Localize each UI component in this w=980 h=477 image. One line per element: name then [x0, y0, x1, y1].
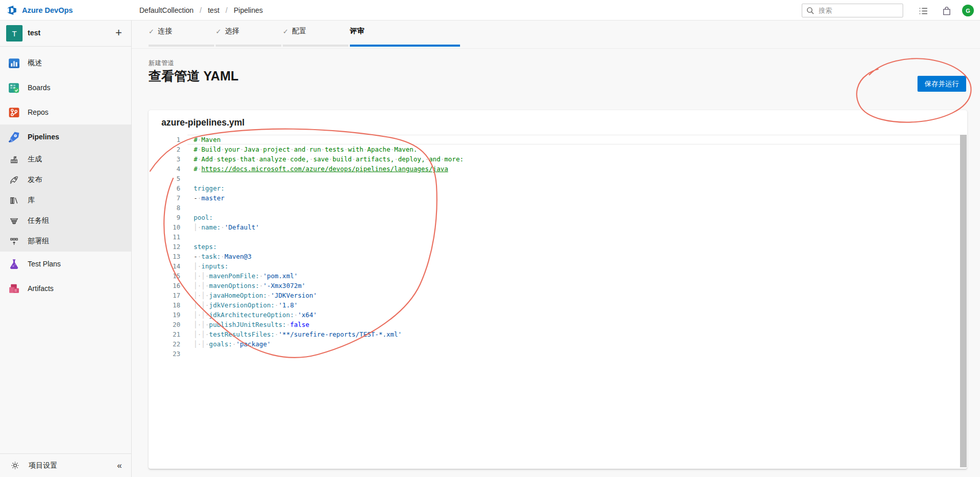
sidebar-item-artifacts[interactable]: Artifacts	[0, 276, 131, 301]
step-connect[interactable]: ✓连接	[149, 20, 214, 47]
sidebar-item-builds[interactable]: 生成	[0, 149, 131, 170]
code-line[interactable]: │·inputs:	[187, 261, 960, 271]
code-line[interactable]: #·https://docs.microsoft.com/azure/devop…	[187, 164, 960, 174]
sidebar-item-repos[interactable]: Repos	[0, 100, 131, 125]
search-input[interactable]	[819, 7, 909, 14]
line-number: 15	[149, 271, 180, 281]
line-number: 3	[149, 154, 180, 164]
sidebar-item-test-plans[interactable]: Test Plans	[0, 252, 131, 276]
project-settings-label: 项目设置	[29, 461, 57, 470]
project-avatar[interactable]: T	[6, 25, 23, 42]
sidebar-item-task-groups[interactable]: 任务组	[0, 211, 131, 231]
code-line[interactable]: │·│·jdkVersionOption:·'1.8'	[187, 300, 960, 310]
line-number: 17	[149, 291, 180, 300]
code-line[interactable]: │·│·testResultsFiles:·'**/surefire-repor…	[187, 329, 960, 339]
project-name: test	[28, 29, 40, 37]
breadcrumb-collection[interactable]: DefaultCollection	[139, 6, 194, 14]
line-number: 9	[149, 213, 180, 222]
code-line[interactable]	[187, 349, 960, 359]
breadcrumb: DefaultCollection / test / Pipelines	[139, 0, 263, 20]
code-line[interactable]: │·│·publishJUnitResults:·false	[187, 320, 960, 329]
code-line[interactable]: -·task:·Maven@3	[187, 252, 960, 261]
code-line[interactable]: │·│·jdkArchitectureOption:·'x64'	[187, 310, 960, 320]
line-number: 14	[149, 261, 180, 271]
step-review[interactable]: 评审	[350, 20, 460, 47]
step-progress-bar	[149, 45, 214, 47]
step-progress-bar	[283, 45, 348, 47]
line-number: 19	[149, 310, 180, 320]
overview-icon	[7, 56, 20, 70]
page-title: 查看管道 YAML	[149, 68, 238, 85]
step-configure[interactable]: ✓配置	[283, 20, 348, 47]
code-line[interactable]: trigger:	[187, 183, 960, 193]
repos-icon	[7, 106, 20, 119]
sidebar-nav: 概述 Boards Repos Pipelines 生成	[0, 51, 131, 301]
code-line[interactable]: │·│·mavenOptions:·'-Xmx3072m'	[187, 281, 960, 291]
editor-gutter: 1234567891011121314151617181920212223	[149, 135, 180, 359]
line-number: 12	[149, 242, 180, 252]
sidebar-item-label: 发布	[28, 175, 42, 184]
line-number: 6	[149, 183, 180, 193]
sidebar-item-label: Artifacts	[28, 284, 54, 293]
code-line[interactable]: pool:	[187, 213, 960, 222]
brand[interactable]: Azure DevOps	[6, 0, 73, 20]
sidebar-item-boards[interactable]: Boards	[0, 75, 131, 100]
add-project-icon[interactable]: +	[115, 27, 122, 39]
test-plans-icon	[7, 257, 20, 271]
yaml-editor[interactable]: 1234567891011121314151617181920212223 #·…	[149, 135, 967, 468]
line-number: 16	[149, 281, 180, 291]
breadcrumb-page[interactable]: Pipelines	[234, 6, 263, 14]
line-number: 4	[149, 164, 180, 174]
editor-code-pane[interactable]: #·Maven#·Build·your·Java·project·and·run…	[187, 135, 960, 359]
search-icon	[806, 7, 815, 15]
breadcrumb-separator: /	[200, 6, 202, 14]
project-row[interactable]: T test +	[0, 20, 131, 46]
line-number: 23	[149, 349, 180, 359]
sidebar-item-deployment-groups[interactable]: 部署组	[0, 231, 131, 252]
save-and-run-button[interactable]: 保存并运行	[918, 76, 966, 92]
code-line[interactable]	[187, 232, 960, 242]
user-avatar[interactable]: G	[962, 5, 974, 16]
code-line[interactable]: #·Build·your·Java·project·and·run·tests·…	[187, 144, 960, 154]
code-line[interactable]: │·│·mavenPomFile:·'pom.xml'	[187, 271, 960, 281]
search-box[interactable]	[802, 4, 903, 17]
step-label: 选择	[225, 27, 239, 36]
code-line[interactable]: │·│·javaHomeOption:·'JDKVersion'	[187, 291, 960, 300]
deployment-groups-icon	[9, 235, 19, 248]
sidebar-item-library[interactable]: 库	[0, 190, 131, 211]
code-line[interactable]: #·Maven	[187, 135, 960, 144]
code-line[interactable]: │·name:·'Default'	[187, 222, 960, 232]
line-number: 10	[149, 222, 180, 232]
step-select[interactable]: ✓选择	[216, 20, 281, 47]
collapse-sidebar-icon[interactable]: «	[117, 461, 122, 471]
marketplace-bag-icon[interactable]	[941, 5, 953, 17]
code-line[interactable]	[187, 174, 960, 183]
work-items-list-icon[interactable]	[917, 5, 929, 17]
code-line[interactable]: │·│·goals:·'package'	[187, 339, 960, 349]
step-label: 评审	[350, 27, 364, 36]
page-eyebrow: 新建管道	[149, 59, 174, 68]
editor-scrollbar[interactable]	[960, 135, 967, 467]
step-progress-bar	[350, 45, 460, 47]
sidebar-item-label: Test Plans	[28, 260, 61, 268]
step-label: 连接	[158, 27, 172, 36]
line-number: 5	[149, 174, 180, 183]
pipelines-icon	[7, 130, 20, 143]
line-number: 2	[149, 144, 180, 154]
line-number: 13	[149, 252, 180, 261]
breadcrumb-project[interactable]: test	[208, 6, 220, 14]
sidebar-item-overview[interactable]: 概述	[0, 51, 131, 75]
code-line[interactable]: steps:	[187, 242, 960, 252]
sidebar-item-label: Boards	[28, 84, 50, 92]
yaml-filename: azure-pipelines.yml	[161, 117, 244, 128]
sidebar-item-pipelines[interactable]: Pipelines	[0, 125, 131, 149]
project-settings[interactable]: 项目设置	[0, 453, 132, 477]
sidebar-item-label: 生成	[28, 155, 42, 164]
code-line[interactable]: -·master	[187, 193, 960, 203]
releases-icon	[9, 173, 19, 186]
artifacts-icon	[7, 282, 20, 295]
brand-name[interactable]: Azure DevOps	[22, 6, 73, 14]
code-line[interactable]: #·Add·steps·that·analyze·code,·save·buil…	[187, 154, 960, 164]
sidebar-item-releases[interactable]: 发布	[0, 170, 131, 190]
code-line[interactable]	[187, 203, 960, 213]
